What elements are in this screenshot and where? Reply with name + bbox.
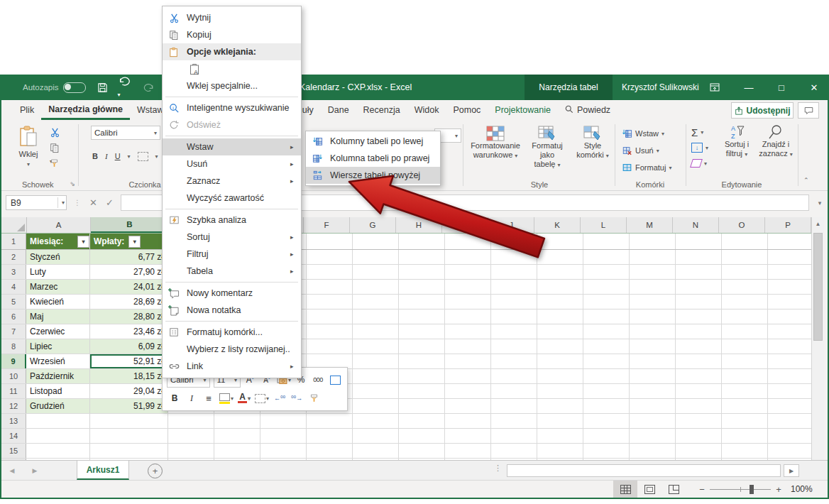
page-layout-view-button[interactable] <box>637 481 661 498</box>
delete-cells-button[interactable]: Usuń▾ <box>622 143 659 158</box>
context-menu-item[interactable]: i Inteligentne wyszukiwanie <box>163 99 301 116</box>
name-box-dropdown[interactable]: ▾ <box>57 197 66 208</box>
cell-month[interactable]: Listopad <box>26 384 90 398</box>
context-menu-item[interactable] <box>165 321 298 322</box>
context-menu-item[interactable]: Szybka analiza <box>163 212 301 229</box>
column-header[interactable]: O <box>719 217 765 233</box>
underline-dropdown[interactable]: ▾ <box>128 153 131 160</box>
redo-icon[interactable] <box>142 82 155 93</box>
ribbon-tab[interactable]: Dane <box>321 100 356 120</box>
row-header[interactable]: 7 <box>1 324 26 339</box>
tab-scrollbar-splitter[interactable]: ⋮ <box>494 464 502 473</box>
insert-cells-button[interactable]: Wstaw▾ <box>622 126 664 141</box>
undo-icon[interactable]: ▾ <box>118 76 132 99</box>
context-menu-item[interactable] <box>165 209 298 209</box>
row-header[interactable]: 12 <box>1 399 26 413</box>
zoom-level[interactable]: 100% <box>791 484 813 494</box>
cell-amount[interactable] <box>90 444 168 458</box>
row-header[interactable]: 8 <box>1 339 26 354</box>
row-header[interactable]: 1 <box>1 234 26 249</box>
paste-button[interactable]: Wklej▾ <box>13 126 44 169</box>
enter-icon[interactable]: ✓ <box>106 197 114 208</box>
row-header[interactable]: 2 <box>1 250 26 264</box>
italic-button[interactable]: I <box>105 152 108 160</box>
context-menu-item[interactable] <box>165 97 298 97</box>
vertical-scroll-thumb[interactable] <box>813 233 823 341</box>
format-as-table-button[interactable]: Formatuj jakotabelę ▾ <box>524 126 571 170</box>
maximize-button[interactable]: □ <box>769 75 794 100</box>
cell-amount[interactable]: 28,80 zł <box>90 309 168 324</box>
minimize-button[interactable]: — <box>737 75 761 100</box>
mini-format-painter-button[interactable] <box>306 391 322 405</box>
normal-view-button[interactable] <box>613 481 637 498</box>
cell-styles-button[interactable]: Stylekomórki ▾ <box>572 126 613 160</box>
cell-month-header[interactable]: Miesiąc: ▾ <box>26 234 90 249</box>
center-align-button[interactable]: ≡ <box>201 391 216 405</box>
close-button[interactable]: ✕ <box>802 75 826 100</box>
row-header[interactable]: 9 <box>1 354 26 368</box>
ribbon-tab[interactable]: Plik <box>13 100 41 120</box>
column-header[interactable]: I <box>442 217 488 233</box>
context-menu-item[interactable]: Kopiuj <box>163 26 301 43</box>
context-menu-item[interactable]: Wyczyść zawartość <box>163 190 301 207</box>
sheet-next-icon[interactable]: ▶ <box>24 461 45 480</box>
cancel-icon[interactable]: ✕ <box>89 197 97 208</box>
column-header[interactable]: J <box>488 217 534 233</box>
submenu-item[interactable]: Kolumny tabeli po lewej <box>306 133 440 150</box>
context-menu-item[interactable]: Tabela ▸ <box>163 263 301 280</box>
dialog-launcher-icon[interactable]: ⇘ <box>70 180 75 187</box>
context-menu-item[interactable]: A <box>163 60 301 77</box>
zoom-out-button[interactable]: − <box>697 484 707 495</box>
cell-amount[interactable]: 23,46 zł <box>90 324 168 339</box>
conditional-formatting-button[interactable]: Formatowaniewarunkowe ▾ <box>468 126 522 160</box>
decrease-decimal-button[interactable]: ←⁰⁰ <box>272 391 287 405</box>
ribbon-tab[interactable]: Narzędzia główne <box>41 100 130 120</box>
clear-button[interactable]: ▾ <box>691 155 707 171</box>
cell-month[interactable]: Styczeń <box>26 250 90 264</box>
page-break-view-button[interactable] <box>661 481 686 498</box>
row-header[interactable]: 5 <box>1 295 26 309</box>
cell-amount[interactable]: 24,01 zł <box>90 280 168 294</box>
autosum-button[interactable]: Σ▾ <box>691 124 703 140</box>
context-menu-item[interactable]: Sortuj ▸ <box>163 229 301 246</box>
ribbon-display-options-icon[interactable] <box>703 75 727 100</box>
ribbon-tab[interactable]: Recenzja <box>356 100 407 120</box>
context-menu-item[interactable]: Wytnij <box>163 9 301 26</box>
row-header[interactable]: 15 <box>1 444 26 458</box>
column-header[interactable]: A <box>27 217 91 233</box>
worksheet-grid[interactable]: A B C D E F G H <box>1 217 811 460</box>
sheet-tab-active[interactable]: Arkusz1 <box>77 461 129 480</box>
context-menu-item[interactable]: Link ▸ <box>163 358 301 375</box>
expand-formula-bar-icon[interactable]: ▾ <box>812 199 828 207</box>
sort-filter-button[interactable]: AZ Sortuj ifiltruj ▾ <box>718 124 755 159</box>
cell-month[interactable]: Maj <box>26 309 90 324</box>
ribbon-tab[interactable]: Powiedz <box>558 100 617 120</box>
cell-month[interactable]: Kwiecień <box>26 295 90 309</box>
cell-amount[interactable]: 52,91 zł <box>90 354 168 368</box>
add-sheet-button[interactable]: + <box>148 464 163 478</box>
cut-button[interactable] <box>50 127 60 138</box>
mini-italic-button[interactable]: I <box>184 391 199 405</box>
cell-month[interactable]: Październik <box>26 369 90 383</box>
empty-cells[interactable] <box>168 414 811 428</box>
column-header[interactable]: G <box>350 217 396 233</box>
vertical-scrollbar[interactable]: ▲ <box>811 217 824 460</box>
bold-button[interactable]: B <box>92 152 98 160</box>
cell-month[interactable] <box>26 429 90 443</box>
underline-button[interactable]: U <box>115 152 121 160</box>
empty-cells[interactable] <box>168 444 811 458</box>
context-menu-item[interactable]: Opcje wklejania: <box>163 43 301 60</box>
column-header[interactable]: M <box>627 217 673 233</box>
cell-amount[interactable]: 29,04 zł <box>90 384 168 398</box>
row-header[interactable]: 6 <box>1 309 26 324</box>
cell-month[interactable] <box>26 414 90 428</box>
row-header[interactable]: 11 <box>1 384 26 398</box>
context-menu-item[interactable]: Filtruj ▸ <box>163 246 301 263</box>
cell-amount[interactable]: 6,77 zł <box>90 250 168 264</box>
context-menu-item[interactable] <box>165 282 298 283</box>
zoom-slider[interactable] <box>710 489 771 490</box>
context-menu-item[interactable]: Usuń ▸ <box>163 155 301 172</box>
column-header[interactable]: B <box>91 217 169 233</box>
fill-color-button[interactable]: ▾ <box>218 391 235 405</box>
formula-bar-splitter[interactable]: ⋮ <box>74 199 81 207</box>
